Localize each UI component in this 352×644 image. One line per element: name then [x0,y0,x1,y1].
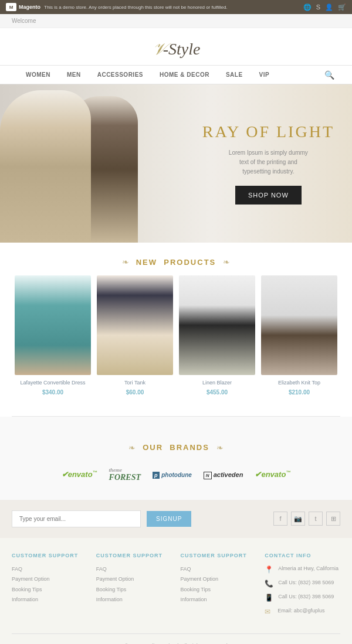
product-price-1: $340.00 [15,389,91,396]
new-products-prefix: NEW [136,258,157,267]
search-icon[interactable]: 🔍 [324,70,334,80]
footer-link-payment-2[interactable]: Payment Option [96,575,172,583]
footer-col-4: CONTACT INFO 📍 Almeria at Hwy, Californi… [265,553,340,622]
product-image-2 [97,275,173,375]
location-icon: 📍 [265,565,273,574]
product-card-4[interactable]: Elizabeth Knit Top $210.00 [261,275,337,396]
email-icon: ✉ [265,608,273,616]
magento-logo-text: Magento [19,4,40,10]
brands-grid: ✔envato™ theme FOREST p photodune N acti… [0,461,352,488]
product-image-1 [15,275,91,375]
nav-item-sale[interactable]: SALE [218,66,251,84]
phone-icon-1: 📞 [265,580,273,588]
product-name-1: Lafayette Convertible Dress [15,380,91,387]
product-name-4: Elizabeth Knit Top [261,380,337,387]
new-products-suffix: PRODUCTS [164,258,216,267]
nav-item-men[interactable]: MEN [59,66,89,84]
hero-models [0,84,194,243]
shop-now-button[interactable]: Shop Now [235,186,302,205]
logo-text: -Style [163,40,201,58]
signup-button[interactable]: SIGNUP [147,511,191,527]
footer-col-title-2: CUSTOMER SUPPORT [96,553,172,558]
site-logo[interactable]: 𝒱-Style [152,40,201,59]
brand-activeden[interactable]: N activeden [204,471,243,478]
magento-logo-icon: M [6,3,16,11]
facebook-icon[interactable]: f [273,512,287,526]
footer-col-title-4: CONTACT INFO [265,553,340,558]
contact-phone-2: 📱 Call Us: (832) 398 5069 [265,594,340,602]
footer-link-payment-1[interactable]: Payment Option [12,575,87,583]
email-text: Email: abc@gfuplus [277,608,324,614]
new-products-section: ❧ NEW PRODUCTS ❧ Lafayette Convertible D… [0,243,352,416]
account-icon[interactable]: 👤 [325,4,333,11]
contact-phone-1: 📞 Call Us: (832) 398 5069 [265,580,340,588]
new-products-heading: ❧ NEW PRODUCTS ❧ [12,243,340,275]
arrow-right-icon: ❧ [223,257,230,267]
brand-envato-1[interactable]: ✔envato™ [62,470,97,479]
nav-item-women[interactable]: WOMEN [18,66,59,84]
footer-link-faq-2[interactable]: FAQ [96,565,172,573]
hero-content: RAY OF LIGHT Lorem Ipsum is simply dummy… [202,122,334,205]
footer-link-faq-3[interactable]: FAQ [181,565,256,573]
nav-item-accessories[interactable]: ACCESSORIES [89,66,151,84]
main-nav: WOMEN MEN ACCESSORIES HOME & DECOR SALE … [0,65,352,84]
email-input[interactable] [12,510,141,527]
phone-icon-2: 📱 [265,594,273,602]
brand-forest[interactable]: theme FOREST [109,467,141,482]
footer-link-info-2[interactable]: Information [96,596,172,604]
new-products-title: NEW PRODUCTS [136,258,216,267]
arrow-left-icon: ❧ [122,257,129,267]
brand-photodune[interactable]: p photodune [153,470,192,479]
nav-item-home-decor[interactable]: HOME & DECOR [151,66,218,84]
products-grid: Lafayette Convertible Dress $340.00 Tori… [12,275,340,410]
top-bar-actions: 🌐 S 👤 🛒 [303,4,346,11]
social-icons: f 📷 t ⊞ [273,512,340,526]
welcome-bar: Welcome [0,14,352,28]
product-image-3 [179,275,255,375]
hero-banner: RAY OF LIGHT Lorem Ipsum is simply dummy… [0,84,352,243]
twitter-icon[interactable]: t [309,512,323,526]
rss-icon[interactable]: ⊞ [326,512,340,526]
brands-suffix: BRANDS [170,443,209,452]
instagram-icon[interactable]: 📷 [291,512,305,526]
model-female [0,90,91,243]
demo-notice: This is a demo store. Any orders placed … [44,5,300,10]
brands-arrow-right-icon: ❧ [216,443,224,452]
product-name-3: Linen Blazer [179,380,255,387]
brands-arrow-left-icon: ❧ [128,443,136,452]
footer-col-2: CUSTOMER SUPPORT FAQ Payment Option Book… [96,553,172,622]
product-price-2: $60.00 [97,389,173,396]
product-card-1[interactable]: Lafayette Convertible Dress $340.00 [15,275,91,396]
magento-logo: M Magento [6,3,40,11]
footer-link-booking-2[interactable]: Booking Tips [96,586,172,594]
footer-col-1: CUSTOMER SUPPORT FAQ Payment Option Book… [12,553,87,622]
cart-icon[interactable]: 🛒 [338,4,346,11]
brands-title: OUR BRANDS [143,443,209,452]
contact-email: ✉ Email: abc@gfuplus [265,608,340,616]
footer-link-booking-1[interactable]: Booking Tips [12,586,87,594]
footer-link-faq-1[interactable]: FAQ [12,565,87,573]
currency-icon[interactable]: S [316,4,320,11]
globe-icon[interactable]: 🌐 [303,4,312,11]
product-card-3[interactable]: Linen Blazer $455.00 [179,275,255,396]
footer-col-title-3: CUSTOMER SUPPORT [181,553,256,558]
phone-text-1: Call Us: (832) 398 5069 [278,580,334,585]
footer-link-info-1[interactable]: Information [12,596,87,604]
brand-envato-2[interactable]: ✔envato™ [255,470,290,479]
product-price-4: $210.00 [261,389,337,396]
address-text: Almeria at Hwy, California [278,565,339,571]
top-bar: M Magento This is a demo store. Any orde… [0,0,352,14]
brands-heading: ❧ OUR BRANDS ❧ [0,428,352,461]
nav-items: WOMEN MEN ACCESSORIES HOME & DECOR SALE … [18,66,277,84]
footer: CUSTOMER SUPPORT FAQ Payment Option Book… [0,538,352,644]
footer-link-booking-3[interactable]: Booking Tips [181,586,256,594]
footer-col-3: CUSTOMER SUPPORT FAQ Payment Option Book… [181,553,256,622]
brands-prefix: OUR [143,443,163,452]
nav-item-vip[interactable]: VIP [251,66,278,84]
logo-v: 𝒱 [152,40,163,58]
product-card-2[interactable]: Tori Tank $60.00 [97,275,173,396]
phone-text-2: Call Us: (832) 398 5069 [278,594,334,599]
footer-link-payment-3[interactable]: Payment Option [181,575,256,583]
site-header: 𝒱-Style [0,28,352,65]
footer-link-info-3[interactable]: Information [181,596,256,604]
